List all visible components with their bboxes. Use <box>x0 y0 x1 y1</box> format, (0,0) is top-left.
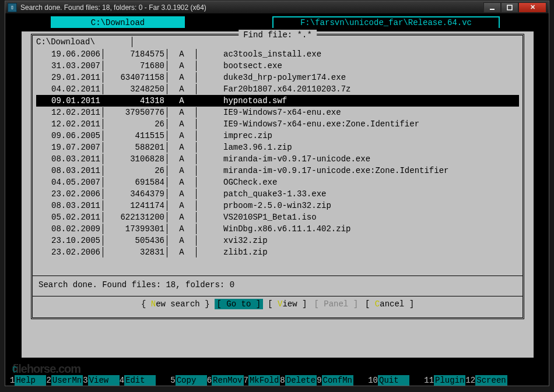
file-attr: A <box>167 119 197 129</box>
right-panel-tab[interactable]: F:\farsvn\unicode_far\Release.64.vc <box>272 16 500 28</box>
panel-button[interactable]: [ Panel ] <box>311 299 360 309</box>
file-size: 17399301 <box>103 224 167 234</box>
search-path: C:\Download\ <box>36 37 132 47</box>
fkey-9[interactable]: 9ConfMn <box>317 375 353 386</box>
file-size: 3464379 <box>103 189 167 199</box>
file-date: 12.02.2011 <box>36 107 103 118</box>
file-name: lame3.96.1.zip <box>220 142 519 153</box>
file-date: 23.10.2005 <box>36 235 103 246</box>
svg-rect-0 <box>490 9 495 10</box>
view-button[interactable]: [ View ] <box>265 299 309 309</box>
file-size: 37950776 <box>103 107 167 118</box>
svg-rect-1 <box>507 5 512 10</box>
left-panel-tab[interactable]: C:\Download <box>51 16 185 28</box>
dialog-buttons: { New search } [ Go to ] [ View ] [ Pane… <box>33 296 523 309</box>
watermark: filehorse.com <box>12 363 80 374</box>
fkey-5[interactable]: 5Copy <box>156 375 207 386</box>
dialog-title: Find file: *.* <box>239 30 317 40</box>
find-file-dialog: Find file: *.* C:\Download\ 19.06.200671… <box>22 31 534 358</box>
file-attr: A <box>167 154 197 164</box>
new-search-button[interactable]: { New search } <box>139 299 212 309</box>
file-date: 31.03.2007 <box>36 61 103 71</box>
file-name: miranda-im-v0.9.17-unicode.exe <box>220 154 519 164</box>
file-name: IE9-Windows7-x64-enu.exe <box>220 107 519 118</box>
app-icon: ▯ <box>8 3 17 12</box>
result-row[interactable]: 12.02.201126AIE9-Windows7-x64-enu.exe:Zo… <box>36 118 519 130</box>
maximize-icon <box>507 5 513 10</box>
fkey-10[interactable]: 10Quit <box>353 375 409 386</box>
result-row[interactable]: 19.06.20067184575Aac3tools_install.exe <box>36 48 519 60</box>
file-date: 23.02.2006 <box>36 247 103 257</box>
file-name: ac3tools_install.exe <box>220 49 519 59</box>
command-prompt[interactable]: C <box>12 365 17 375</box>
file-date: 19.07.2007 <box>36 142 103 153</box>
fkey-2[interactable]: 2UserMn <box>46 375 83 386</box>
file-name: Far20b1807.x64.20110203.7z <box>220 84 519 94</box>
file-size: 622131200 <box>103 212 167 223</box>
file-size: 32831 <box>103 247 167 257</box>
file-attr: A <box>167 189 197 199</box>
close-icon: ✕ <box>530 3 535 11</box>
results-list[interactable]: 19.06.20067184575Aac3tools_install.exe31… <box>33 48 523 276</box>
file-size: 41318 <box>103 96 167 106</box>
fkey-8[interactable]: 8Delete <box>280 375 317 386</box>
result-row[interactable]: 08.03.201126Amiranda-im-v0.9.17-unicode.… <box>36 165 519 176</box>
result-row[interactable]: 12.02.201137950776AIE9-Windows7-x64-enu.… <box>36 107 519 118</box>
maximize-button[interactable] <box>501 2 518 13</box>
function-key-bar: 1Help 2UserMn3View 4Edit 5Copy 6RenMov7M… <box>10 375 544 386</box>
file-name: IE9-Windows7-x64-enu.exe:Zone.Identifier <box>220 119 519 129</box>
file-attr: A <box>167 142 197 153</box>
result-row[interactable]: 04.02.20113248250AFar20b1807.x64.2011020… <box>36 83 519 95</box>
result-row[interactable]: 29.01.2011634071158Aduke3d_hrp-polymer17… <box>36 72 519 83</box>
file-attr: A <box>167 212 197 223</box>
result-row[interactable]: 08.03.20111241174Aprboom-2.5.0-win32.zip <box>36 200 519 211</box>
file-date: 23.02.2006 <box>36 189 103 199</box>
file-size: 3106828 <box>103 154 167 164</box>
file-attr: A <box>167 96 197 106</box>
file-size: 588201 <box>103 142 167 153</box>
file-date: 09.06.2005 <box>36 130 103 141</box>
file-name: zlib1.zip <box>220 247 519 257</box>
file-name: WinDbg.x86.v6.11.1.402.zip <box>220 224 519 234</box>
panel-tabs: C:\Download F:\farsvn\unicode_far\Releas… <box>10 16 544 28</box>
terminal-area: C:\Download F:\farsvn\unicode_far\Releas… <box>5 14 549 386</box>
cancel-button[interactable]: [ Cancel ] <box>363 299 416 309</box>
fkey-12[interactable]: 12Screen <box>465 375 507 386</box>
result-row[interactable]: 04.05.2007691584AOGCheck.exe <box>36 176 519 188</box>
result-row[interactable]: 09.06.2005411515Aimprec.zip <box>36 130 519 142</box>
result-row[interactable]: 23.02.200632831Azlib1.zip <box>36 246 519 258</box>
file-attr: A <box>167 107 197 118</box>
file-date: 09.01.2011 <box>36 96 103 106</box>
file-size: 26 <box>103 165 167 176</box>
file-size: 3248250 <box>103 84 167 94</box>
result-row[interactable]: 09.01.201141318Ahypnotoad.swf <box>36 95 519 107</box>
file-attr: A <box>167 72 197 83</box>
file-date: 12.02.2011 <box>36 119 103 129</box>
goto-button[interactable]: [ Go to ] <box>215 299 264 309</box>
result-row[interactable]: 19.07.2007588201Alame3.96.1.zip <box>36 142 519 153</box>
fkey-7[interactable]: 7MkFold <box>244 375 280 386</box>
fkey-1[interactable]: 1Help <box>10 375 46 386</box>
titlebar[interactable]: ▯ Search done. Found files: 18, folders:… <box>5 1 549 14</box>
file-date: 05.02.2011 <box>36 212 103 223</box>
result-row[interactable]: 05.02.2011622131200AVS2010SP1_Beta1.iso <box>36 211 519 223</box>
file-attr: A <box>167 224 197 234</box>
result-row[interactable]: 31.03.200771680Abootsect.exe <box>36 60 519 72</box>
file-attr: A <box>167 177 197 188</box>
close-button[interactable]: ✕ <box>518 2 546 13</box>
fkey-3[interactable]: 3View <box>83 375 119 386</box>
result-row[interactable]: 23.02.20063464379Apatch_quake3-1.33.exe <box>36 188 519 200</box>
result-row[interactable]: 08.03.20113106828Amiranda-im-v0.9.17-uni… <box>36 153 519 165</box>
minimize-button[interactable] <box>483 2 501 13</box>
file-date: 19.06.2006 <box>36 49 103 59</box>
fkey-4[interactable]: 4Edit <box>120 375 156 386</box>
result-row[interactable]: 23.10.2005505436Axvi32.zip <box>36 235 519 246</box>
result-row[interactable]: 08.02.200917399301AWinDbg.x86.v6.11.1.40… <box>36 223 519 235</box>
file-name: bootsect.exe <box>220 61 519 71</box>
file-name: prboom-2.5.0-win32.zip <box>220 200 519 211</box>
app-window: ▯ Search done. Found files: 18, folders:… <box>5 1 549 386</box>
fkey-11[interactable]: 11Plugin <box>409 375 465 386</box>
file-name: OGCheck.exe <box>220 177 519 188</box>
file-name: hypnotoad.swf <box>220 96 519 106</box>
fkey-6[interactable]: 6RenMov <box>207 375 244 386</box>
